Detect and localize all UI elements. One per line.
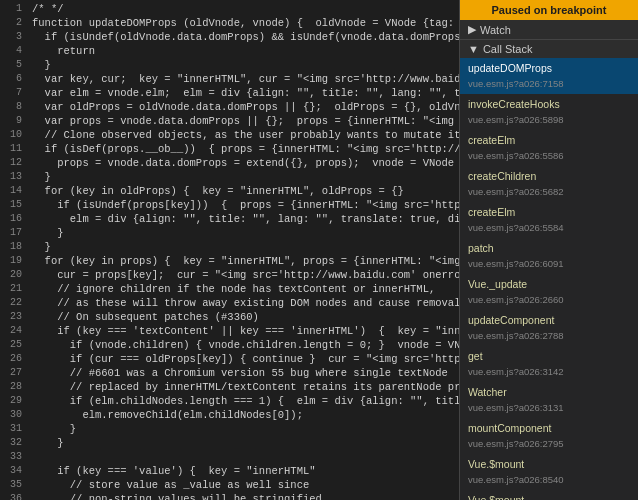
code-line: 23 // On subsequent patches (#3360) xyxy=(0,310,459,324)
code-line: 16 elm = div {align: "", title: "", lang… xyxy=(0,212,459,226)
line-content: if (isUndef(oldVnode.data.domProps) && i… xyxy=(28,30,459,44)
line-content: // ignore children if the node has textC… xyxy=(28,282,459,296)
code-line: 32 } xyxy=(0,436,459,450)
code-line: 26 if (cur === oldProps[key]) { continue… xyxy=(0,352,459,366)
line-number: 1 xyxy=(0,2,28,16)
code-panel: 1/* */2function updateDOMProps (oldVnode… xyxy=(0,0,460,500)
stack-fn-name: Vue._update xyxy=(468,276,630,292)
stack-fn-name: mountComponent xyxy=(468,420,630,436)
code-line: 25 if (vnode.children) { vnode.children.… xyxy=(0,338,459,352)
line-content: } xyxy=(28,58,459,72)
stack-item[interactable]: Vue.$mountvue.esm.js?a026:8540 xyxy=(460,454,638,490)
call-stack-list[interactable]: updateDOMPropsvue.esm.js?a026:7158invoke… xyxy=(460,58,638,500)
line-number: 4 xyxy=(0,44,28,58)
code-content[interactable]: 1/* */2function updateDOMProps (oldVnode… xyxy=(0,0,459,500)
line-number: 19 xyxy=(0,254,28,268)
line-number: 34 xyxy=(0,464,28,478)
stack-fn-name: Vue.$mount xyxy=(468,492,630,500)
stack-file-info: vue.esm.js?a026:5586 xyxy=(468,148,630,164)
line-content: elm = div {align: "", title: "", lang: "… xyxy=(28,212,459,226)
watch-header[interactable]: ▶ Watch xyxy=(460,20,638,39)
stack-item[interactable]: mountComponentvue.esm.js?a026:2795 xyxy=(460,418,638,454)
stack-item[interactable]: invokeCreateHooksvue.esm.js?a026:5898 xyxy=(460,94,638,130)
code-line: 28 // replaced by innerHTML/textContent … xyxy=(0,380,459,394)
line-number: 10 xyxy=(0,128,28,142)
line-number: 33 xyxy=(0,450,28,464)
stack-fn-name: Vue.$mount xyxy=(468,456,630,472)
watch-collapse-icon: ▶ xyxy=(468,23,476,36)
code-line: 27 // #6601 was a Chromium version 55 bu… xyxy=(0,366,459,380)
line-number: 5 xyxy=(0,58,28,72)
stack-item[interactable]: Watchervue.esm.js?a026:3131 xyxy=(460,382,638,418)
line-number: 26 xyxy=(0,352,28,366)
code-line: 33 xyxy=(0,450,459,464)
code-line: 24 if (key === 'textContent' || key === … xyxy=(0,324,459,338)
line-number: 9 xyxy=(0,114,28,128)
line-content: for (key in oldProps) { key = "innerHTML… xyxy=(28,184,459,198)
line-number: 20 xyxy=(0,268,28,282)
stack-file-info: vue.esm.js?a026:6091 xyxy=(468,256,630,272)
stack-file-info: vue.esm.js?a026:8540 xyxy=(468,472,630,488)
stack-item[interactable]: getvue.esm.js?a026:3142 xyxy=(460,346,638,382)
stack-file-info: vue.esm.js?a026:3131 xyxy=(468,400,630,416)
line-number: 3 xyxy=(0,30,28,44)
line-number: 25 xyxy=(0,338,28,352)
code-line: 15 if (isUndef(props[key])) { props = {i… xyxy=(0,198,459,212)
line-content: if (key === 'textContent' || key === 'in… xyxy=(28,324,459,338)
stack-item[interactable]: Vue.$mountvue.esm.js?a026:10939 xyxy=(460,490,638,500)
line-content: // Clone observed objects, as the user p… xyxy=(28,128,459,142)
stack-item[interactable]: updateComponentvue.esm.js?a026:2788 xyxy=(460,310,638,346)
stack-file-info: vue.esm.js?a026:2795 xyxy=(468,436,630,452)
line-number: 16 xyxy=(0,212,28,226)
stack-file-info: vue.esm.js?a026:2788 xyxy=(468,328,630,344)
stack-file-info: vue.esm.js?a026:7158 xyxy=(468,76,630,92)
line-number: 31 xyxy=(0,422,28,436)
line-number: 2 xyxy=(0,16,28,30)
code-line: 17 } xyxy=(0,226,459,240)
code-line: 22 // as these will throw away existing … xyxy=(0,296,459,310)
line-content: var elm = vnode.elm; elm = div {align: "… xyxy=(28,86,459,100)
line-number: 27 xyxy=(0,366,28,380)
code-line: 5 } xyxy=(0,58,459,72)
line-content: /* */ xyxy=(28,2,459,16)
line-content: var props = vnode.data.domProps || {}; p… xyxy=(28,114,459,128)
code-line: 13 } xyxy=(0,170,459,184)
line-number: 12 xyxy=(0,156,28,170)
line-content: // replaced by innerHTML/textContent ret… xyxy=(28,380,459,394)
watch-label: Watch xyxy=(480,24,511,36)
code-line: 12 props = vnode.data.domProps = extend(… xyxy=(0,156,459,170)
code-line: 29 if (elm.childNodes.length === 1) { el… xyxy=(0,394,459,408)
code-line: 10 // Clone observed objects, as the use… xyxy=(0,128,459,142)
stack-fn-name: updateDOMProps xyxy=(468,60,630,76)
stack-item[interactable]: Vue._updatevue.esm.js?a026:2660 xyxy=(460,274,638,310)
code-line: 11 if (isDef(props.__ob__)) { props = {i… xyxy=(0,142,459,156)
code-line: 4 return xyxy=(0,44,459,58)
line-number: 28 xyxy=(0,380,28,394)
line-content: var oldProps = oldVnode.data.domProps ||… xyxy=(28,100,459,114)
stack-file-info: vue.esm.js?a026:5898 xyxy=(468,112,630,128)
line-number: 29 xyxy=(0,394,28,408)
debug-panel: Paused on breakpoint ▶ Watch ▼ Call Stac… xyxy=(460,0,638,500)
line-content: for (key in props) { key = "innerHTML", … xyxy=(28,254,459,268)
line-content: props = vnode.data.domProps = extend({},… xyxy=(28,156,459,170)
stack-fn-name: createChildren xyxy=(468,168,630,184)
line-content: function updateDOMProps (oldVnode, vnode… xyxy=(28,16,459,30)
line-content: if (vnode.children) { vnode.children.len… xyxy=(28,338,459,352)
line-number: 24 xyxy=(0,324,28,338)
stack-item[interactable]: patchvue.esm.js?a026:6091 xyxy=(460,238,638,274)
line-number: 21 xyxy=(0,282,28,296)
line-content: } xyxy=(28,226,459,240)
line-number: 8 xyxy=(0,100,28,114)
code-line: 31 } xyxy=(0,422,459,436)
stack-item[interactable]: updateDOMPropsvue.esm.js?a026:7158 xyxy=(460,58,638,94)
line-content: if (isUndef(props[key])) { props = {inne… xyxy=(28,198,459,212)
stack-file-info: vue.esm.js?a026:5682 xyxy=(468,184,630,200)
stack-item[interactable]: createElmvue.esm.js?a026:5586 xyxy=(460,130,638,166)
stack-item[interactable]: createElmvue.esm.js?a026:5584 xyxy=(460,202,638,238)
stack-item[interactable]: createChildrenvue.esm.js?a026:5682 xyxy=(460,166,638,202)
line-content: } xyxy=(28,240,459,254)
code-line: 2function updateDOMProps (oldVnode, vnod… xyxy=(0,16,459,30)
code-line: 35 // store value as _value as well sinc… xyxy=(0,478,459,492)
line-content: if (elm.childNodes.length === 1) { elm =… xyxy=(28,394,459,408)
line-content: } xyxy=(28,170,459,184)
